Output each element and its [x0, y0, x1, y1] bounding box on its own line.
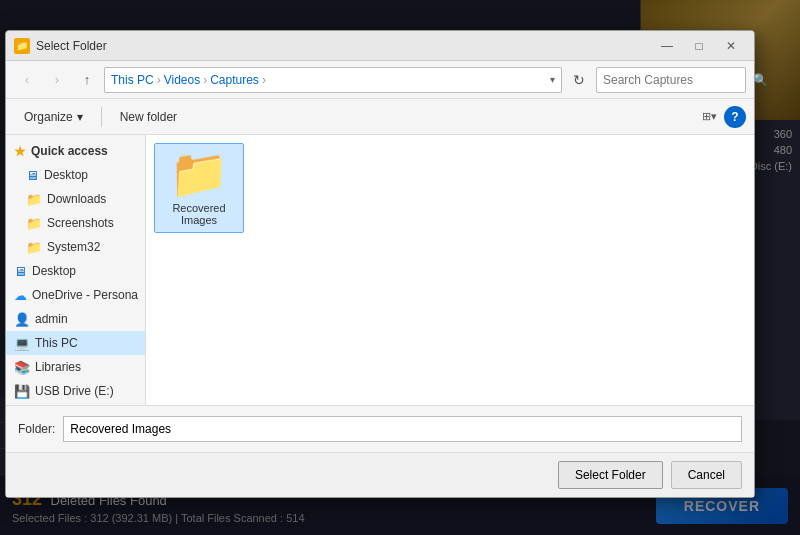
computer-icon: 💻 — [14, 336, 30, 351]
sidebar-item-label: Desktop — [32, 264, 76, 278]
navigation-toolbar: ‹ › ↑ This PC › Videos › Captures › ▾ ↻ … — [6, 61, 754, 99]
select-folder-dialog: 📁 Select Folder — □ ✕ ‹ › ↑ This PC › Vi… — [5, 30, 755, 498]
desktop-icon: 🖥 — [26, 168, 39, 183]
new-folder-button[interactable]: New folder — [110, 104, 187, 130]
sidebar-item-downloads[interactable]: 📁 Downloads — [6, 187, 145, 211]
view-icon: ⊞ — [702, 110, 711, 123]
organize-label: Organize — [24, 110, 73, 124]
cancel-button[interactable]: Cancel — [671, 461, 742, 489]
breadcrumb-captures[interactable]: Captures — [210, 73, 259, 87]
breadcrumb-videos[interactable]: Videos — [164, 73, 200, 87]
minimize-button[interactable]: — — [652, 35, 682, 57]
view-arrow: ▾ — [711, 110, 717, 123]
separator: › — [262, 73, 266, 87]
dialog-icon: 📁 — [14, 38, 30, 54]
close-button[interactable]: ✕ — [716, 35, 746, 57]
sidebar-item-desktop2[interactable]: 🖥 Desktop — [6, 259, 145, 283]
folder-item-label: Recovered Images — [159, 202, 239, 226]
view-mode-button[interactable]: ⊞ ▾ — [696, 105, 722, 129]
dialog-main-content: ★ Quick access 🖥 Desktop 📁 Downloads 📁 S… — [6, 135, 754, 405]
breadcrumb-this-pc[interactable]: This PC — [111, 73, 154, 87]
sidebar-item-label: OneDrive - Persona — [32, 288, 138, 302]
window-controls: — □ ✕ — [652, 35, 746, 57]
sidebar-item-network[interactable]: 🌐 Network — [6, 403, 145, 405]
back-button[interactable]: ‹ — [14, 68, 40, 92]
sidebar-item-quick-access[interactable]: ★ Quick access — [6, 139, 145, 163]
sidebar-item-label: Downloads — [47, 192, 106, 206]
new-folder-label: New folder — [120, 110, 177, 124]
usb-icon: 💾 — [14, 384, 30, 399]
sidebar-item-label: System32 — [47, 240, 100, 254]
star-icon: ★ — [14, 144, 26, 159]
folder-name-input[interactable] — [63, 416, 742, 442]
forward-button[interactable]: › — [44, 68, 70, 92]
sidebar-item-screenshots[interactable]: 📁 Screenshots — [6, 211, 145, 235]
maximize-button[interactable]: □ — [684, 35, 714, 57]
desktop-icon: 🖥 — [14, 264, 27, 279]
sidebar-item-libraries[interactable]: 📚 Libraries — [6, 355, 145, 379]
sidebar-item-label: Quick access — [31, 144, 108, 158]
address-bar[interactable]: This PC › Videos › Captures › ▾ — [104, 67, 562, 93]
search-input[interactable] — [603, 73, 753, 87]
organize-arrow: ▾ — [77, 110, 83, 124]
select-folder-button[interactable]: Select Folder — [558, 461, 663, 489]
up-button[interactable]: ↑ — [74, 68, 100, 92]
dialog-buttons: Select Folder Cancel — [6, 452, 754, 497]
dialog-title: Select Folder — [36, 39, 652, 53]
separator — [101, 107, 102, 127]
sidebar-item-this-pc[interactable]: 💻 This PC — [6, 331, 145, 355]
sidebar-item-desktop[interactable]: 🖥 Desktop — [6, 163, 145, 187]
folder-icon: 📁 — [26, 216, 42, 231]
sidebar-item-label: admin — [35, 312, 68, 326]
user-icon: 👤 — [14, 312, 30, 327]
library-icon: 📚 — [14, 360, 30, 375]
address-dropdown-button[interactable]: ▾ — [550, 74, 555, 85]
folder-input-label: Folder: — [18, 422, 55, 436]
sidebar-item-usb-drive[interactable]: 💾 USB Drive (E:) — [6, 379, 145, 403]
folder-input-area: Folder: — [6, 405, 754, 452]
sidebar-item-system32[interactable]: 📁 System32 — [6, 235, 145, 259]
folder-icon: 📁 — [26, 240, 42, 255]
sidebar-item-label: Desktop — [44, 168, 88, 182]
separator: › — [203, 73, 207, 87]
navigation-sidebar: ★ Quick access 🖥 Desktop 📁 Downloads 📁 S… — [6, 135, 146, 405]
folder-big-icon: 📁 — [169, 150, 229, 198]
folder-icon: 📁 — [26, 192, 42, 207]
folder-item-recovered-images[interactable]: 📁 Recovered Images — [154, 143, 244, 233]
sidebar-item-label: Libraries — [35, 360, 81, 374]
help-button[interactable]: ? — [724, 106, 746, 128]
sidebar-item-admin[interactable]: 👤 admin — [6, 307, 145, 331]
command-bar: Organize ▾ New folder ⊞ ▾ ? — [6, 99, 754, 135]
sidebar-item-label: Screenshots — [47, 216, 114, 230]
file-browser-area[interactable]: 📁 Recovered Images — [146, 135, 754, 405]
sidebar-item-label: USB Drive (E:) — [35, 384, 114, 398]
cloud-icon: ☁ — [14, 288, 27, 303]
refresh-button[interactable]: ↻ — [566, 67, 592, 93]
view-buttons: ⊞ ▾ ? — [696, 105, 746, 129]
search-icon: 🔍 — [753, 73, 768, 87]
sidebar-item-onedrive[interactable]: ☁ OneDrive - Persona — [6, 283, 145, 307]
separator: › — [157, 73, 161, 87]
sidebar-item-label: This PC — [35, 336, 78, 350]
dialog-titlebar: 📁 Select Folder — □ ✕ — [6, 31, 754, 61]
organize-button[interactable]: Organize ▾ — [14, 104, 93, 130]
search-box: 🔍 — [596, 67, 746, 93]
